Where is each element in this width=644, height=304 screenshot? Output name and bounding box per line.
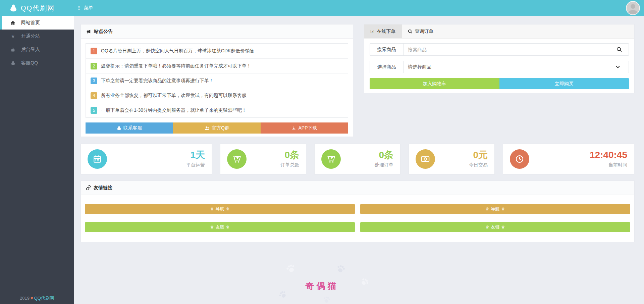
paw-print-icon — [334, 262, 347, 275]
brand-title: QQ代刷网 — [21, 4, 55, 13]
buy-now-button[interactable]: 立即购买 — [499, 78, 629, 89]
qq-penguin-icon — [117, 126, 121, 131]
link-icon — [86, 185, 91, 190]
paw-print-icon — [358, 275, 372, 289]
notice-number-badge: 3 — [91, 78, 97, 84]
stat-card-platform-days: 1天 平台运营 — [80, 144, 212, 174]
watermark-text: 奇偶猫 — [306, 280, 339, 292]
paw-print-icon — [283, 261, 298, 276]
menu-label: 菜单 — [84, 5, 93, 11]
calendar-icon — [88, 149, 107, 169]
qq-penguin-icon — [10, 61, 16, 65]
stat-label: 当前时间 — [590, 162, 627, 168]
links-panel: 友情链接 ♛ 导航 ♛ ♛ 导航 ♛ ♛ 友链 ♛ — [80, 181, 635, 242]
stat-value: 12:40:45 — [590, 150, 627, 160]
official-qq-group-button[interactable]: 官方Q群 — [173, 122, 261, 134]
stat-label: 订单总数 — [280, 162, 299, 168]
notice-item[interactable]: 2 温馨提示：请勿重复下单哦！必须要等待前面任务订单完成才可以下单！ — [86, 58, 348, 73]
notice-item[interactable]: 1 QQ名片赞日刷上万，超快空间人气日刷百万，球球冰红茶CDK超低价销售 — [86, 44, 348, 58]
nav-link-button[interactable]: ♛ 导航 ♛ — [85, 204, 355, 214]
notice-number-badge: 2 — [91, 63, 97, 69]
person-icon — [627, 2, 639, 14]
announcement-title: 站点公告 — [94, 29, 113, 35]
notice-text: QQ名片赞日刷上万，超快空间人气日刷百万，球球冰红茶CDK超低价销售 — [101, 48, 254, 54]
main-content: 站点公告 1 QQ名片赞日刷上万，超快空间人气日刷百万，球球冰红茶CDK超低价销… — [74, 16, 644, 304]
watermark: 奇偶猫 — [272, 263, 372, 304]
nav-link-button[interactable]: ♛ 导航 ♛ — [360, 204, 630, 214]
stat-card-processing-orders: 0条 处理订单 — [314, 144, 400, 174]
paw-print-icon — [321, 294, 332, 304]
stat-label: 处理订单 — [375, 162, 393, 168]
links-title: 友情链接 — [94, 185, 112, 191]
announcement-panel: 站点公告 1 QQ名片赞日刷上万，超快空间人气日刷百万，球球冰红茶CDK超低价销… — [80, 24, 353, 137]
download-icon — [291, 126, 296, 131]
search-product-label: 搜索商品 — [370, 44, 404, 55]
crown-icon: ♛ — [210, 207, 214, 211]
menu-toggle[interactable]: ⋮ 菜单 — [76, 0, 93, 16]
notice-item[interactable]: 4 所有业务全部恢复，都可以正常下单，欢迎尝试，有问题可以联系客服 — [86, 88, 348, 103]
sidebar-item-service-qq[interactable]: 客服QQ — [0, 56, 74, 70]
crown-icon: ♛ — [486, 225, 489, 230]
notice-text: 下单之前请一定要看完该商品的注意事项再进行下单！ — [101, 78, 214, 84]
heart-icon: ♥ — [30, 296, 34, 301]
notice-number-badge: 4 — [91, 92, 97, 99]
order-tabs: ☑ 在线下单 查询订单 — [364, 24, 634, 39]
notice-text: 所有业务全部恢复，都可以正常下单，欢迎尝试，有问题可以联系客服 — [101, 93, 247, 99]
search-product-button[interactable] — [610, 44, 629, 55]
stat-label: 今日交易 — [469, 162, 488, 168]
chevron-down-icon — [616, 66, 620, 68]
stat-value: 0条 — [280, 150, 299, 160]
app-download-button[interactable]: APP下载 — [261, 122, 348, 134]
select-product-label: 选择商品 — [370, 61, 404, 73]
brand[interactable]: QQ代刷网 — [9, 0, 55, 16]
order-panel: ☑ 在线下单 查询订单 搜索商品 选择商品 — [364, 24, 635, 93]
tab-online-order[interactable]: ☑ 在线下单 — [364, 24, 402, 38]
vertical-dots-icon: ⋮ — [76, 5, 82, 11]
sidebar-item-label: 客服QQ — [21, 60, 38, 66]
add-to-cart-button[interactable]: 加入购物车 — [370, 78, 499, 89]
notice-text: 温馨提示：请勿重复下单哦！必须要等待前面任务订单完成才可以下单！ — [101, 63, 251, 69]
qq-logo-icon — [9, 4, 17, 12]
clock-icon — [510, 149, 529, 169]
sidebar: 网站首页 ★ 开通分站 后台登入 客服QQ 2019♥QQ代刷网 — [0, 16, 74, 304]
stat-value: 1天 — [186, 150, 205, 160]
sidebar-item-label: 后台登入 — [21, 47, 40, 53]
crown-icon: ♛ — [501, 225, 505, 230]
select-product-dropdown[interactable]: 请选择商品 — [404, 61, 629, 73]
users-icon — [204, 126, 210, 131]
friend-link-button[interactable]: ♛ 友链 ♛ — [360, 222, 630, 232]
announcement-header: 站点公告 — [81, 24, 353, 39]
sidebar-item-label: 开通分站 — [21, 33, 40, 39]
stat-card-total-orders: 0条 订单总数 — [220, 144, 306, 174]
notice-item[interactable]: 3 下单之前请一定要看完该商品的注意事项再进行下单！ — [86, 73, 348, 88]
cart-icon — [321, 149, 341, 169]
search-product-group: 搜索商品 — [370, 43, 629, 56]
announcement-buttons: 联系客服 官方Q群 APP下载 — [86, 122, 348, 134]
crown-icon: ♛ — [486, 207, 489, 211]
crown-icon: ♛ — [226, 225, 230, 230]
notice-item[interactable]: 5 一般下单后会在1-30分钟内提交到服务器，就让单子来的更猛烈些吧！ — [86, 103, 348, 117]
cart-icon — [227, 149, 247, 169]
sidebar-item-home[interactable]: 网站首页 — [0, 16, 74, 30]
stat-value: 0元 — [469, 150, 488, 160]
sidebar-item-substation[interactable]: ★ 开通分站 — [0, 30, 74, 43]
stat-card-current-time: 12:40:45 当前时间 — [503, 144, 634, 174]
footer-site-link[interactable]: QQ代刷网 — [34, 296, 54, 301]
stat-card-today-trade: 0元 今日交易 — [409, 144, 495, 174]
contact-service-button[interactable]: 联系客服 — [86, 122, 173, 134]
crown-icon: ♛ — [226, 207, 230, 211]
star-icon: ★ — [10, 34, 16, 39]
lock-icon — [10, 47, 16, 52]
search-icon — [616, 47, 622, 52]
sidebar-footer: 2019♥QQ代刷网 — [0, 295, 74, 301]
megaphone-icon — [86, 29, 91, 34]
crown-icon: ♛ — [501, 207, 505, 211]
crown-icon: ♛ — [210, 225, 214, 230]
friend-link-button[interactable]: ♛ 友链 ♛ — [85, 222, 355, 232]
paw-print-icon — [276, 288, 290, 302]
sidebar-item-admin-login[interactable]: 后台登入 — [0, 43, 74, 56]
search-product-input[interactable] — [404, 44, 610, 55]
tab-query-order[interactable]: 查询订单 — [402, 24, 440, 38]
home-icon — [10, 20, 16, 25]
avatar[interactable] — [626, 1, 640, 15]
